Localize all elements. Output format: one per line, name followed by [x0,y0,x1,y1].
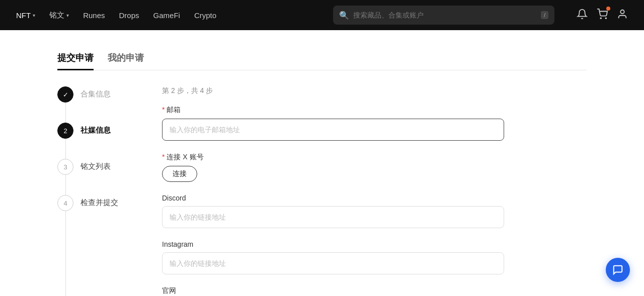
email-label: *邮箱 [162,106,504,115]
nav-inscription[interactable]: 铭文 ▾ [49,11,69,20]
notification-button[interactable] [577,9,588,22]
instagram-label: Instagram [162,240,504,248]
x-required-mark: * [162,153,165,161]
svg-point-1 [605,18,606,19]
svg-point-2 [620,10,624,13]
step-1-circle: ✓ [57,86,73,103]
search-shortcut-badge: / [541,11,548,19]
nav-runes[interactable]: Runes [83,11,105,20]
x-account-group: *连接 X 账号 连接 [162,153,504,182]
step-1-item: ✓ 合集信息 [57,86,138,103]
nav-drops[interactable]: Drops [119,11,139,20]
discord-group: Discord [162,194,504,228]
discord-input[interactable] [162,206,504,228]
instagram-input[interactable] [162,252,504,274]
main-content: 提交申请 我的申请 ✓ 合集信息 2 社媒信息 3 铭文列表 4 检查并提交 [45,30,599,296]
step-4-item: 4 检查并提交 [57,195,138,211]
step-3-label: 铭文列表 [80,159,111,171]
cart-badge [606,7,610,11]
form-content: 第 2 步，共 4 步 *邮箱 *连接 X 账号 连接 Discord [162,86,504,296]
search-input[interactable] [353,11,537,19]
x-connect-button[interactable]: 连接 [162,166,197,182]
navbar: NFT ▾ 铭文 ▾ Runes Drops GameFi Crypto 🔍 / [0,0,644,30]
tab-submit[interactable]: 提交申请 [57,47,94,70]
page-tabs: 提交申请 我的申请 [57,46,587,70]
nav-gamefi[interactable]: GameFi [153,11,180,20]
step-1-label: 合集信息 [80,86,111,98]
nav-crypto[interactable]: Crypto [194,11,216,20]
svg-point-0 [600,18,601,19]
instagram-group: Instagram [162,240,504,274]
search-icon: 🔍 [339,11,349,20]
step-3-item: 3 铭文列表 [57,159,138,175]
website-label: 官网 [162,286,504,295]
step-2-item: 2 社媒信息 [57,123,138,139]
tab-my[interactable]: 我的申请 [108,47,144,70]
step-3-circle: 3 [57,159,73,175]
step-2-circle: 2 [57,123,73,139]
chat-fab-button[interactable] [606,258,630,282]
step-2-label: 社媒信息 [80,123,111,135]
profile-button[interactable] [617,9,628,22]
website-group: 官网 [162,286,504,296]
inscription-chevron-icon: ▾ [66,13,69,18]
email-required-mark: * [162,106,165,114]
step-progress-label: 第 2 步，共 4 步 [162,86,504,95]
nft-chevron-icon: ▾ [33,13,35,18]
steps-sidebar: ✓ 合集信息 2 社媒信息 3 铭文列表 4 检查并提交 [57,86,138,296]
discord-label: Discord [162,194,504,202]
form-layout: ✓ 合集信息 2 社媒信息 3 铭文列表 4 检查并提交 第 2 步，共 4 步 [57,86,587,296]
email-input[interactable] [162,119,504,141]
x-account-label: *连接 X 账号 [162,153,504,162]
search-bar: 🔍 / [333,6,554,25]
nav-nft[interactable]: NFT ▾ [16,11,35,20]
email-group: *邮箱 [162,106,504,141]
nav-icons [577,9,628,22]
cart-button[interactable] [597,9,608,22]
step-4-label: 检查并提交 [80,195,118,207]
step-4-circle: 4 [57,195,73,211]
